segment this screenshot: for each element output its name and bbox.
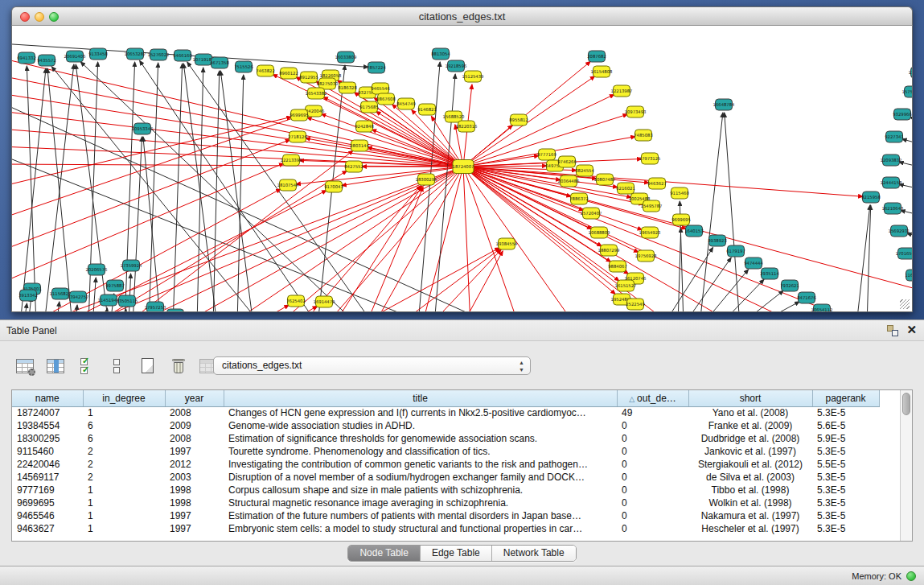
resize-grip[interactable] xyxy=(900,299,910,309)
table-cell[interactable]: 0 xyxy=(617,496,688,509)
table-cell[interactable]: Hescheler et al. (1997) xyxy=(688,522,812,535)
table-options-icon[interactable] xyxy=(16,356,35,376)
graph-node[interactable]: 17957253 xyxy=(145,302,166,312)
table-cell[interactable]: 1 xyxy=(83,509,165,522)
table-row[interactable]: 1456911722003Disruption of a novel membe… xyxy=(12,471,900,484)
column-header-short[interactable]: short xyxy=(688,390,812,406)
graph-node[interactable]: 12444158 xyxy=(881,177,903,188)
table-cell[interactable]: 1998 xyxy=(165,484,224,496)
table-cell[interactable]: 9699695 xyxy=(12,496,83,509)
table-cell[interactable]: 5.3E-5 xyxy=(812,496,879,509)
vertical-scrollbar[interactable] xyxy=(900,390,912,541)
table-cell[interactable]: Franke et al. (2009) xyxy=(688,419,812,432)
graph-node[interactable]: 16958107 xyxy=(165,309,187,312)
citation-network-graph[interactable]: 1872400789601228912955182260581827503016… xyxy=(12,26,913,312)
window-titlebar[interactable]: citations_edges.txt xyxy=(11,6,913,26)
graph-node[interactable]: 9777169 xyxy=(537,149,556,160)
graph-node[interactable]: 11173044 xyxy=(909,67,913,78)
table-cell[interactable]: 2 xyxy=(83,471,165,484)
graph-node[interactable]: 15751074 xyxy=(902,86,913,97)
table-cell[interactable]: 9777169 xyxy=(12,484,83,496)
graph-node[interactable]: 9975887 xyxy=(105,280,125,291)
graph-node[interactable]: 9146821 xyxy=(417,104,437,115)
graph-node[interactable]: 9242848 xyxy=(355,121,374,132)
tab-node-table[interactable]: Node Table xyxy=(348,546,421,561)
graph-node[interactable]: 19654923 xyxy=(639,227,661,238)
table-cell[interactable]: 2 xyxy=(83,445,165,458)
table-cell[interactable]: de Silva et al. (2003) xyxy=(688,471,812,484)
graph-node[interactable]: 6216021 xyxy=(616,183,635,194)
unselect-all-columns-icon[interactable] xyxy=(108,356,127,376)
table-cell[interactable]: Estimation of significance thresholds fo… xyxy=(224,432,617,445)
table-cell[interactable]: 6 xyxy=(83,432,165,445)
close-panel-icon[interactable]: ✕ xyxy=(906,323,917,337)
graph-node[interactable]: 8960122 xyxy=(279,68,298,79)
graph-node[interactable]: 8427552 xyxy=(344,161,363,172)
tab-network-table[interactable]: Network Table xyxy=(492,546,576,561)
graph-node[interactable]: 9699695 xyxy=(671,214,691,225)
graph-node[interactable]: 9175685 xyxy=(359,101,379,113)
graph-node[interactable]: 13942757 xyxy=(68,291,89,303)
graph-node[interactable]: 7932621 xyxy=(780,280,799,291)
column-header-title[interactable]: title xyxy=(224,390,617,406)
graph-node[interactable]: 12213399 xyxy=(281,154,302,166)
table-cell[interactable]: 5.9E-5 xyxy=(812,432,879,445)
table-cell[interactable]: 2009 xyxy=(165,419,224,432)
table-cell[interactable]: 2008 xyxy=(165,432,224,445)
table-cell[interactable]: 14569117 xyxy=(12,471,83,484)
table-cell[interactable]: 5.5E-5 xyxy=(812,458,879,471)
table-cell[interactable]: Tourette syndrome. Phenomenology and cla… xyxy=(224,445,617,458)
graph-node[interactable]: 18107544 xyxy=(277,179,300,191)
graph-node[interactable]: 1167533 xyxy=(905,270,913,281)
column-header-outde[interactable]: △out_de… xyxy=(617,390,688,406)
graph-node[interactable]: 11451944 xyxy=(98,295,121,306)
table-cell[interactable]: 5.3E-5 xyxy=(812,484,879,496)
graph-node[interactable]: 9884067 xyxy=(608,261,627,272)
graph-node[interactable]: 7857224 xyxy=(367,62,386,73)
graph-node[interactable]: 4671358 xyxy=(210,57,229,68)
table-cell[interactable]: 5.6E-5 xyxy=(812,419,879,432)
graph-node[interactable]: 6179197 xyxy=(726,245,745,257)
table-row[interactable]: 946362711997Embryonic stem cells: a mode… xyxy=(12,522,900,535)
table-cell[interactable]: 19384554 xyxy=(12,419,83,432)
graph-node[interactable]: 7463822 xyxy=(256,65,275,76)
graph-node[interactable]: 16648784 xyxy=(713,99,736,110)
graph-node[interactable]: 3913342 xyxy=(18,290,38,301)
graph-node[interactable]: 9746266 xyxy=(557,156,577,167)
graph-node[interactable]: 8912955 xyxy=(299,72,318,83)
graph-node[interactable]: 16151527 xyxy=(615,280,637,291)
table-cell[interactable]: 5.3E-5 xyxy=(812,509,879,522)
table-cell[interactable]: 0 xyxy=(617,419,688,432)
graph-node[interactable]: 15692931 xyxy=(889,225,910,237)
graph-node[interactable]: 17973125 xyxy=(639,153,661,164)
graph-node[interactable]: 9170043 xyxy=(324,181,343,192)
graph-node[interactable]: 16033809 xyxy=(335,51,357,63)
table-cell[interactable]: Wolkin et al. (1998) xyxy=(688,496,812,509)
graph-node[interactable]: 17359924 xyxy=(121,260,143,271)
table-cell[interactable]: 1 xyxy=(83,406,165,419)
graph-node[interactable]: 7515526 xyxy=(234,61,253,72)
graph-node[interactable]: 16154808 xyxy=(591,66,614,77)
graph-node[interactable]: 9227341 xyxy=(885,131,904,142)
graph-node[interactable]: 9465546 xyxy=(371,83,390,94)
table-cell[interactable]: 1997 xyxy=(165,445,224,458)
table-cell[interactable]: 0 xyxy=(617,471,688,484)
table-cell[interactable]: 5.3E-5 xyxy=(812,471,879,484)
show-columns-icon[interactable] xyxy=(47,356,66,376)
column-header-name[interactable]: name xyxy=(12,390,83,406)
graph-node[interactable]: 13505115 xyxy=(117,295,138,307)
graph-node[interactable]: 8471676 xyxy=(797,292,816,303)
graph-node[interactable]: 10807487 xyxy=(594,174,616,185)
table-cell[interactable]: 2012 xyxy=(165,458,224,471)
table-row[interactable]: 911546021997Tourette syndrome. Phenomeno… xyxy=(12,445,900,458)
graph-node[interactable]: 6941332 xyxy=(17,52,36,64)
table-row[interactable]: 977716911998Corpus callosum shape and si… xyxy=(12,484,900,496)
graph-node[interactable]: 9699695 xyxy=(290,109,309,121)
graph-node[interactable]: 10654112 xyxy=(811,304,833,312)
network-window[interactable]: citations_edges.txt 18724007896012289129… xyxy=(11,6,913,312)
graph-node[interactable]: 2522549 xyxy=(626,299,645,310)
table-cell[interactable]: 18724007 xyxy=(12,406,83,419)
table-cell[interactable]: 0 xyxy=(617,509,688,522)
graph-node[interactable]: 8454749 xyxy=(396,98,416,109)
graph-node[interactable]: 10973493 xyxy=(625,106,647,117)
